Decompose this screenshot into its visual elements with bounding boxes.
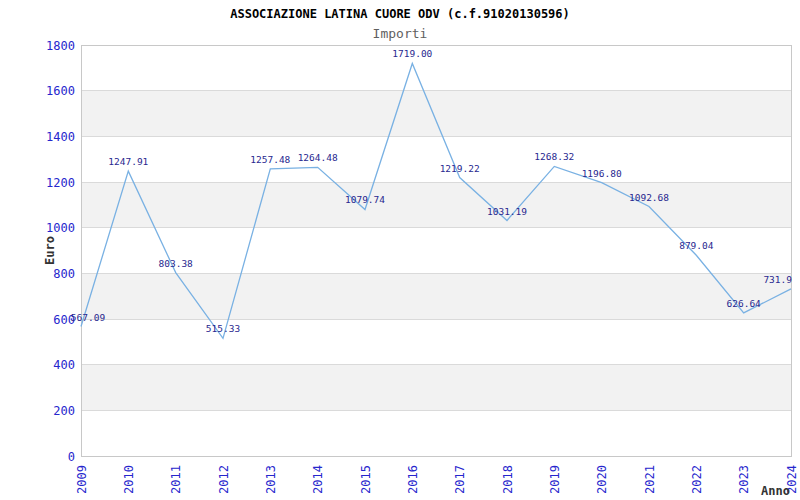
data-point-label: 515.33 <box>206 323 240 334</box>
data-point-label: 1264.48 <box>298 152 338 163</box>
x-tick-label: 2012 <box>217 465 231 494</box>
x-tick-label: 2022 <box>690 465 704 494</box>
data-point-label: 1257.48 <box>250 154 290 165</box>
x-tick-label: 2020 <box>595 465 609 494</box>
plot-band <box>81 273 791 319</box>
data-point-label: 1219.22 <box>440 163 480 174</box>
y-tick-label: 1800 <box>46 39 75 53</box>
data-point-label: 1719.00 <box>392 48 432 59</box>
data-point-label: 567.09 <box>71 312 106 323</box>
x-tick-label: 2021 <box>643 465 657 494</box>
plot-band <box>81 365 791 411</box>
x-tick-label: 2017 <box>453 465 467 494</box>
data-point-label: 1092.68 <box>629 192 669 203</box>
x-tick-label: 2018 <box>501 465 515 494</box>
chart-canvas: ASSOCIAZIONE LATINA CUORE ODV (c.f.91020… <box>0 0 800 500</box>
y-tick-label: 1200 <box>46 176 75 190</box>
data-point-label: 1196.80 <box>582 168 622 179</box>
data-point-label: 1247.91 <box>108 156 148 167</box>
y-tick-label: 1000 <box>46 221 75 235</box>
y-tick-label: 800 <box>53 267 75 281</box>
x-tick-label: 2014 <box>311 465 325 494</box>
data-point-label: 1268.32 <box>534 151 574 162</box>
data-point-label: 1079.74 <box>345 194 385 205</box>
x-axis-title: Anno <box>761 484 790 498</box>
x-tick-label: 2011 <box>169 465 183 494</box>
plot-band <box>81 182 791 228</box>
data-point-label: 1031.19 <box>487 206 527 217</box>
x-tick-label: 2023 <box>737 465 751 494</box>
data-point-label: 731.9 <box>763 274 792 285</box>
y-tick-label: 200 <box>53 404 75 418</box>
y-axis-title: Euro <box>43 236 57 265</box>
y-tick-label: 400 <box>53 358 75 372</box>
x-tick-label: 2009 <box>75 465 89 494</box>
y-tick-label: 1400 <box>46 130 75 144</box>
plot-band <box>81 91 791 137</box>
x-tick-label: 2019 <box>548 465 562 494</box>
y-tick-label: 1600 <box>46 84 75 98</box>
x-tick-label: 2010 <box>122 465 136 494</box>
line-chart: 020040060080010001200140016001800 200920… <box>0 0 800 500</box>
y-tick-label: 0 <box>68 450 75 464</box>
data-point-label: 803.38 <box>159 258 194 269</box>
x-tick-label: 2013 <box>264 465 278 494</box>
x-tick-label: 2016 <box>406 465 420 494</box>
x-tick-label: 2015 <box>359 465 373 494</box>
data-point-label: 626.64 <box>727 298 762 309</box>
x-axis-tick-labels: 2009201020112012201320142015201620172018… <box>75 465 799 494</box>
data-point-label: 879.04 <box>679 240 714 251</box>
